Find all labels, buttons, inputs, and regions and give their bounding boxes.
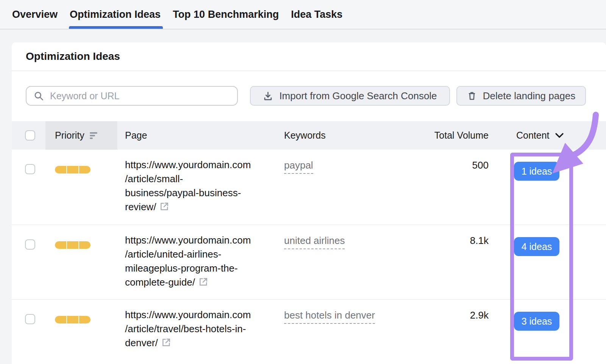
column-header-total-volume[interactable]: Total Volume bbox=[434, 121, 489, 150]
page-url[interactable]: https://www.yourdomain.com /article/unit… bbox=[125, 233, 284, 289]
page-url[interactable]: https://www.yourdomain.com /article/trav… bbox=[125, 308, 284, 350]
priority-bar bbox=[67, 316, 78, 323]
priority-bar bbox=[67, 166, 78, 173]
ideas-button[interactable]: 1 ideas bbox=[514, 162, 559, 181]
priority-bar bbox=[79, 316, 91, 323]
select-all-checkbox[interactable] bbox=[25, 130, 35, 141]
table-header-row: Priority Page Keywords Total Volume Cont… bbox=[12, 121, 606, 150]
table-row: https://www.yourdomain.com /article/trav… bbox=[12, 299, 606, 364]
search-icon bbox=[34, 91, 44, 101]
search-input[interactable] bbox=[26, 86, 238, 106]
priority-bar bbox=[55, 316, 66, 323]
tab-idea-tasks[interactable]: Idea Tasks bbox=[291, 0, 342, 29]
total-volume-value: 2.9k bbox=[470, 309, 489, 321]
keyword-link[interactable]: best hotels in denver bbox=[284, 309, 375, 324]
trash-icon bbox=[467, 91, 477, 101]
tab-overview[interactable]: Overview bbox=[12, 0, 58, 29]
column-header-priority[interactable]: Priority bbox=[55, 121, 98, 150]
ideas-button[interactable]: 4 ideas bbox=[514, 237, 559, 256]
sort-descending-icon bbox=[90, 132, 98, 139]
row-checkbox[interactable] bbox=[25, 164, 35, 174]
external-link-icon[interactable] bbox=[161, 337, 172, 348]
panel-header: Optimization Ideas bbox=[12, 42, 606, 71]
total-volume-value: 500 bbox=[472, 159, 489, 171]
table-row: https://www.yourdomain.com /article/smal… bbox=[12, 150, 606, 225]
priority-bar bbox=[55, 241, 66, 249]
search-field-wrap bbox=[26, 86, 238, 106]
ideas-button[interactable]: 3 ideas bbox=[514, 312, 559, 331]
column-header-content[interactable]: Content bbox=[516, 121, 564, 150]
priority-indicator bbox=[55, 166, 91, 173]
priority-bar bbox=[79, 241, 91, 249]
external-link-icon[interactable] bbox=[198, 277, 209, 287]
external-link-icon[interactable] bbox=[159, 201, 170, 212]
table-row: https://www.yourdomain.com /article/unit… bbox=[12, 225, 606, 299]
column-header-keywords[interactable]: Keywords bbox=[284, 121, 326, 150]
keyword-link[interactable]: paypal bbox=[284, 159, 313, 174]
total-volume-value: 8.1k bbox=[470, 235, 489, 247]
priority-bar bbox=[55, 166, 66, 173]
keyword-link[interactable]: united airlines bbox=[284, 235, 345, 249]
priority-bar bbox=[67, 241, 78, 249]
priority-indicator bbox=[55, 316, 91, 323]
panel-title: Optimization Ideas bbox=[26, 50, 120, 62]
row-checkbox[interactable] bbox=[25, 314, 35, 324]
priority-indicator bbox=[55, 241, 91, 249]
download-icon bbox=[263, 91, 273, 101]
delete-landing-pages-button[interactable]: Delete landing pages bbox=[456, 86, 586, 106]
toolbar: Import from Google Search Console Delete… bbox=[12, 71, 606, 121]
tab-top-10-benchmarking[interactable]: Top 10 Benchmarking bbox=[173, 0, 279, 29]
import-gsc-button[interactable]: Import from Google Search Console bbox=[250, 86, 450, 106]
optimization-ideas-panel: Optimization Ideas Import from Google Se… bbox=[12, 42, 606, 364]
chevron-down-icon bbox=[555, 133, 564, 139]
tab-optimization-ideas[interactable]: Optimization Ideas bbox=[70, 0, 161, 29]
top-tab-bar: Overview Optimization Ideas Top 10 Bench… bbox=[0, 0, 606, 30]
priority-bar bbox=[79, 166, 91, 173]
row-checkbox[interactable] bbox=[25, 239, 35, 250]
column-header-page[interactable]: Page bbox=[125, 121, 147, 150]
page-url[interactable]: https://www.yourdomain.com /article/smal… bbox=[125, 158, 284, 214]
